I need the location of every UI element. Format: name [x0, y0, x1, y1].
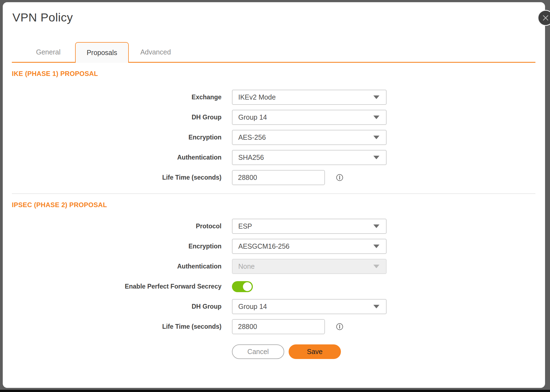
dh-group-select-value: Group 14 [238, 113, 267, 121]
tab-bar: General Proposals Advanced [12, 42, 535, 63]
form-row-authentication: Authentication SHA256 [12, 150, 545, 165]
phase2-form: Protocol ESP Encryption AESGCM16-256 [12, 219, 545, 359]
protocol-label: Protocol [12, 223, 221, 230]
dialog-content: IKE (PHASE 1) PROPOSAL Exchange IKEv2 Mo… [3, 70, 545, 359]
form-row-dh-group: DH Group Group 14 [12, 110, 545, 125]
dh-group-p2-select-value: Group 14 [238, 303, 267, 311]
info-icon[interactable] [336, 323, 343, 330]
form-row-pfs: Enable Perfect Forward Secrecy [12, 279, 545, 294]
pfs-toggle-on[interactable] [232, 281, 253, 292]
authentication-p2-select-disabled: None [232, 259, 387, 274]
authentication-select-value: SHA256 [238, 153, 264, 161]
phase2-section-heading: IPSEC (PHASE 2) PROPOSAL [12, 201, 545, 209]
encryption-select[interactable]: AES-256 [232, 130, 387, 145]
toggle-knob [243, 282, 252, 291]
section-divider [12, 193, 535, 194]
exchange-select-value: IKEv2 Mode [238, 93, 276, 101]
dialog-footer: Cancel Save [232, 344, 545, 359]
close-icon [542, 14, 549, 22]
form-row-protocol: Protocol ESP [12, 219, 545, 234]
encryption-p2-select[interactable]: AESGCM16-256 [232, 239, 387, 254]
protocol-select-value: ESP [238, 222, 252, 230]
form-row-encryption-p2: Encryption AESGCM16-256 [12, 239, 545, 254]
exchange-select[interactable]: IKEv2 Mode [232, 90, 387, 105]
encryption-p2-label: Encryption [12, 243, 221, 250]
dh-group-select[interactable]: Group 14 [232, 110, 387, 125]
form-row-life-time-p2: Life Time (seconds) [12, 319, 545, 334]
chevron-down-icon [373, 95, 379, 99]
chevron-down-icon [373, 245, 379, 248]
authentication-label: Authentication [12, 154, 221, 161]
chevron-down-icon [373, 136, 379, 139]
protocol-select[interactable]: ESP [232, 219, 387, 234]
exchange-label: Exchange [12, 94, 221, 101]
chevron-down-icon [373, 265, 379, 268]
phase1-section-heading: IKE (PHASE 1) PROPOSAL [12, 70, 545, 78]
encryption-select-value: AES-256 [238, 133, 266, 141]
page-title: VPN Policy [12, 10, 545, 24]
chevron-down-icon [373, 224, 379, 228]
pfs-label: Enable Perfect Forward Secrecy [12, 283, 221, 290]
authentication-p2-label: Authentication [12, 263, 221, 270]
life-time-label: Life Time (seconds) [12, 174, 221, 181]
life-time-p2-label: Life Time (seconds) [12, 323, 221, 330]
encryption-p2-select-value: AESGCM16-256 [238, 242, 289, 250]
authentication-p2-select-value: None [238, 262, 255, 270]
dh-group-label: DH Group [12, 114, 221, 121]
info-icon[interactable] [336, 174, 343, 181]
cancel-button[interactable]: Cancel [232, 344, 284, 359]
encryption-label: Encryption [12, 134, 221, 141]
form-row-encryption: Encryption AES-256 [12, 130, 545, 145]
form-row-authentication-p2: Authentication None [12, 259, 545, 274]
phase1-form: Exchange IKEv2 Mode DH Group Group 14 [12, 90, 545, 185]
life-time-input[interactable] [232, 170, 325, 185]
tab-proposals[interactable]: Proposals [75, 42, 129, 63]
form-row-dh-group-p2: DH Group Group 14 [12, 299, 545, 314]
window-bottom-edge [0, 390, 550, 392]
dh-group-p2-select[interactable]: Group 14 [232, 299, 387, 314]
authentication-select[interactable]: SHA256 [232, 150, 387, 165]
save-button[interactable]: Save [289, 344, 341, 359]
dh-group-p2-label: DH Group [12, 303, 221, 310]
form-row-life-time: Life Time (seconds) [12, 170, 545, 185]
chevron-down-icon [373, 156, 379, 159]
chevron-down-icon [373, 305, 379, 308]
tab-advanced[interactable]: Advanced [129, 42, 182, 62]
chevron-down-icon [373, 116, 379, 119]
form-row-exchange: Exchange IKEv2 Mode [12, 90, 545, 105]
tab-general[interactable]: General [21, 42, 75, 62]
life-time-p2-input[interactable] [232, 319, 325, 334]
vpn-policy-dialog: VPN Policy General Proposals Advanced IK… [3, 2, 545, 388]
